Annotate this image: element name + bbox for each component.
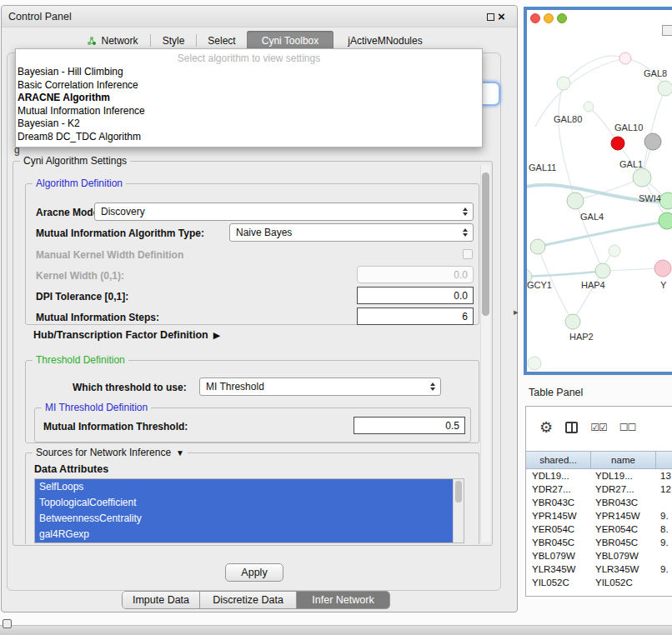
mi-steps-field[interactable]: 6 — [357, 308, 474, 325]
table-row[interactable]: YBR043CYBR043C — [526, 496, 672, 509]
settings-scrollbar-thumb[interactable] — [482, 172, 489, 316]
network-node[interactable] — [659, 212, 672, 229]
select-all-columns-icon[interactable]: ☑☑ — [590, 422, 607, 433]
collapse-right-icon[interactable]: ▶ — [213, 330, 220, 341]
mi-threshold-field[interactable]: 0.5 — [354, 417, 465, 434]
cell[interactable]: YDR27... — [526, 482, 591, 496]
network-node[interactable] — [633, 168, 651, 187]
network-node[interactable] — [584, 102, 594, 112]
network-node-red[interactable] — [611, 137, 624, 150]
network-node[interactable] — [565, 314, 580, 329]
apply-button[interactable]: Apply — [225, 563, 283, 582]
cell[interactable]: YBR045C — [526, 536, 591, 549]
column-header[interactable] — [656, 452, 672, 468]
list-scrollbar-thumb[interactable] — [455, 481, 462, 502]
table-row[interactable]: YBR045CYBR045C9. — [526, 536, 672, 549]
cell[interactable]: YER054C — [526, 522, 591, 536]
table-row[interactable]: YPR145WYPR145W9. — [526, 509, 672, 522]
cell[interactable]: YBR045C — [591, 536, 656, 549]
network-node-gray[interactable] — [644, 133, 661, 150]
gear-icon[interactable]: ⚙ — [539, 418, 553, 437]
network-node[interactable] — [609, 245, 620, 257]
list-item[interactable]: SelfLoops — [35, 479, 453, 495]
popup-item[interactable]: Basic Correlation Inference — [16, 79, 482, 92]
cell[interactable]: 12 — [656, 482, 672, 496]
popup-item[interactable]: Mutual Information Inference — [16, 105, 482, 118]
tab-network[interactable]: Network — [75, 31, 150, 50]
table-row[interactable]: YDR27...YDR27...12 — [526, 482, 672, 496]
aracne-mode-select[interactable]: Discovery — [94, 202, 474, 221]
cell[interactable]: YLR345W — [591, 562, 656, 576]
float-window-icon[interactable] — [487, 13, 494, 21]
tab-jactivemnodules[interactable]: jActiveMNodules — [333, 31, 437, 50]
network-node[interactable] — [530, 239, 545, 254]
list-item[interactable]: gal4RGexp — [35, 527, 453, 542]
hub-transcription-factor-section[interactable]: Hub/Transcription Factor Definition ▶ — [33, 329, 220, 341]
cell[interactable]: YPR145W — [526, 509, 591, 522]
cell[interactable]: YDL19... — [591, 469, 656, 482]
cell[interactable]: YPR145W — [591, 509, 656, 522]
which-threshold-select[interactable]: MI Threshold — [199, 378, 441, 396]
column-header[interactable]: name — [591, 452, 656, 468]
column-header[interactable]: shared... — [526, 452, 591, 468]
cell[interactable]: YIL052C — [591, 576, 656, 589]
table-row[interactable]: YLR345WYLR345W9. — [526, 562, 672, 576]
table-row[interactable]: YER054CYER054C8. — [526, 522, 672, 536]
table-row[interactable]: YBL079WYBL079W — [526, 549, 672, 562]
cell[interactable]: YBL079W — [591, 549, 656, 562]
list-item[interactable]: TopologicalCoefficient — [35, 495, 453, 511]
network-node[interactable] — [557, 77, 570, 90]
unselect-all-columns-icon[interactable]: ☐☐ — [619, 422, 636, 433]
tab-style[interactable]: Style — [151, 31, 196, 50]
cell[interactable]: YDR27... — [591, 482, 656, 496]
minimize-traffic-light[interactable] — [544, 13, 554, 23]
close-icon[interactable]: × — [498, 9, 505, 23]
cell[interactable]: YIL052C — [526, 576, 591, 589]
cell[interactable]: YBR043C — [591, 496, 656, 509]
data-attributes-list[interactable]: SelfLoops TopologicalCoefficient Between… — [34, 478, 464, 543]
popup-item-selected[interactable]: ARACNE Algorithm — [16, 92, 482, 105]
cell[interactable]: 9. — [656, 509, 672, 522]
columns-icon[interactable] — [565, 422, 578, 433]
close-traffic-light[interactable] — [530, 13, 540, 23]
tab-impute-data[interactable]: Impute Data — [123, 592, 199, 608]
list-item[interactable]: BetweennessCentrality — [35, 511, 453, 527]
cell[interactable]: 8. — [656, 522, 672, 536]
mi-algorithm-type-select[interactable]: Naive Bayes — [229, 223, 474, 242]
settings-scrollbar[interactable] — [480, 165, 490, 542]
list-scrollbar[interactable] — [453, 479, 464, 542]
tab-cyni-toolbox[interactable]: Cyni Toolbox — [247, 31, 333, 50]
cell[interactable]: YER054C — [591, 522, 656, 536]
group-title-row[interactable]: Sources for Network Inference ▼ — [33, 447, 188, 458]
cell[interactable]: YBR043C — [526, 496, 591, 509]
cell[interactable]: 9. — [656, 562, 672, 576]
tab-infer-network[interactable]: Infer Network — [296, 592, 389, 608]
table-row[interactable]: YDL19...YDL19...13 — [526, 469, 672, 482]
network-node-pink[interactable] — [654, 260, 671, 277]
control-panel-titlebar[interactable]: Control Panel × — [2, 6, 517, 28]
network-node[interactable] — [659, 192, 672, 209]
cell[interactable]: YLR345W — [526, 562, 591, 576]
popup-item[interactable]: Dream8 DC_TDC Algorithm — [16, 131, 482, 144]
cell[interactable]: YDL19... — [526, 469, 591, 482]
network-node[interactable] — [567, 192, 584, 209]
cell[interactable]: 13 — [656, 469, 672, 482]
tab-discretize-data[interactable]: Discretize Data — [199, 592, 296, 608]
table-row[interactable]: YIL052CYIL052C — [526, 576, 672, 589]
network-node[interactable] — [528, 357, 541, 370]
tab-select[interactable]: Select — [197, 31, 247, 50]
splitter-arrow-icon[interactable]: ▸ — [514, 307, 519, 318]
popup-item[interactable]: Bayesian - K2 — [16, 118, 482, 131]
cell[interactable]: YBL079W — [526, 549, 591, 562]
network-node[interactable] — [619, 52, 631, 64]
network-node[interactable] — [658, 81, 672, 96]
zoom-traffic-light[interactable] — [557, 13, 567, 23]
network-canvas[interactable]: GAL8 GAL80 GAL10 GAL11 GAL1 SWI4 GAL4 GC… — [527, 10, 672, 372]
cell[interactable] — [656, 576, 672, 589]
cell[interactable] — [656, 496, 672, 509]
dpi-tolerance-field[interactable]: 0.0 — [357, 287, 474, 304]
collapsed-panel-icon[interactable] — [3, 619, 12, 628]
cell[interactable]: 9. — [656, 536, 672, 549]
collapse-down-icon[interactable]: ▼ — [176, 448, 184, 458]
cell[interactable] — [656, 549, 672, 562]
